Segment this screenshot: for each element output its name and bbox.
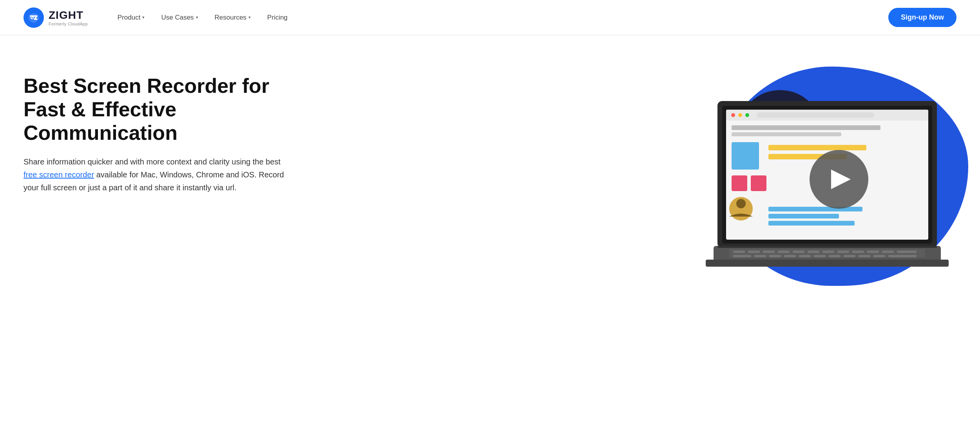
laptop-svg — [706, 93, 949, 281]
svg-point-32 — [731, 113, 735, 117]
svg-rect-26 — [873, 255, 885, 257]
svg-rect-25 — [859, 255, 870, 257]
logo-icon — [24, 7, 44, 28]
hero-right — [471, 59, 956, 294]
svg-rect-13 — [852, 251, 864, 253]
signup-button[interactable]: Sign-up Now — [888, 8, 956, 27]
svg-rect-16 — [897, 251, 917, 253]
nav-item-usecases[interactable]: Use Cases ▾ — [155, 11, 204, 25]
svg-rect-27 — [888, 255, 917, 257]
svg-rect-47 — [768, 221, 855, 226]
logo-link[interactable]: ZIGHT Formerly CloudApp — [24, 7, 88, 28]
chevron-down-icon: ▾ — [196, 15, 198, 20]
svg-rect-20 — [784, 255, 796, 257]
nav-item-resources[interactable]: Resources ▾ — [208, 11, 257, 25]
nav-usecases-label: Use Cases — [161, 14, 194, 22]
svg-rect-22 — [814, 255, 826, 257]
navbar-left: ZIGHT Formerly CloudApp Product ▾ Use Ca… — [24, 7, 294, 28]
svg-rect-5 — [733, 251, 745, 253]
svg-rect-12 — [837, 251, 849, 253]
nav-links: Product ▾ Use Cases ▾ Resources ▾ Pricin… — [111, 11, 294, 25]
hero-body: Share information quicker and with more … — [24, 155, 290, 194]
svg-rect-17 — [733, 255, 751, 257]
logo-title: ZIGHT — [49, 9, 88, 22]
svg-rect-43 — [768, 145, 866, 150]
svg-rect-46 — [768, 214, 839, 218]
svg-rect-18 — [754, 255, 766, 257]
laptop-illustration — [706, 93, 949, 283]
svg-rect-40 — [751, 175, 766, 191]
hero-left: Best Screen Recorder for Fast & Effectiv… — [24, 59, 290, 194]
hero-title: Best Screen Recorder for Fast & Effectiv… — [24, 74, 290, 144]
svg-rect-35 — [757, 112, 874, 118]
svg-rect-37 — [732, 132, 841, 136]
svg-rect-24 — [844, 255, 855, 257]
svg-point-34 — [745, 113, 749, 117]
nav-product-label: Product — [118, 14, 141, 22]
svg-rect-7 — [763, 251, 775, 253]
svg-rect-39 — [732, 175, 747, 191]
hero-section: Best Screen Recorder for Fast & Effectiv… — [0, 35, 980, 294]
svg-rect-45 — [768, 207, 862, 211]
svg-rect-36 — [732, 125, 880, 130]
nav-pricing-label: Pricing — [267, 14, 288, 22]
free-screen-recorder-link[interactable]: free screen recorder — [24, 170, 94, 179]
svg-rect-19 — [769, 255, 781, 257]
chevron-down-icon: ▾ — [142, 15, 145, 20]
svg-rect-38 — [732, 142, 759, 170]
svg-rect-9 — [793, 251, 804, 253]
hero-body-before-link: Share information quicker and with more … — [24, 157, 281, 166]
svg-rect-23 — [829, 255, 841, 257]
svg-rect-10 — [808, 251, 819, 253]
svg-point-42 — [736, 199, 746, 208]
nav-item-pricing[interactable]: Pricing — [261, 11, 294, 25]
svg-rect-6 — [748, 251, 760, 253]
svg-rect-11 — [822, 251, 834, 253]
svg-rect-8 — [778, 251, 790, 253]
svg-rect-50 — [717, 246, 937, 248]
navbar: ZIGHT Formerly CloudApp Product ▾ Use Ca… — [0, 0, 980, 35]
svg-point-33 — [738, 113, 742, 117]
svg-rect-21 — [799, 255, 811, 257]
logo-text-wrap: ZIGHT Formerly CloudApp — [49, 9, 88, 26]
svg-rect-15 — [882, 251, 894, 253]
chevron-down-icon: ▾ — [248, 15, 251, 20]
nav-resources-label: Resources — [215, 14, 246, 22]
svg-rect-3 — [706, 260, 949, 267]
nav-item-product[interactable]: Product ▾ — [111, 11, 151, 25]
logo-subtitle: Formerly CloudApp — [49, 22, 88, 26]
svg-rect-14 — [867, 251, 879, 253]
